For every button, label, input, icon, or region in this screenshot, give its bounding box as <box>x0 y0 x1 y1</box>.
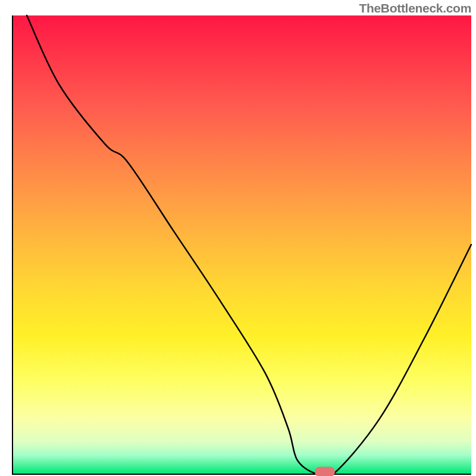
optimal-point-marker <box>315 467 335 477</box>
chart-axes <box>12 15 471 475</box>
watermark-text: TheBottleneck.com <box>359 1 471 15</box>
